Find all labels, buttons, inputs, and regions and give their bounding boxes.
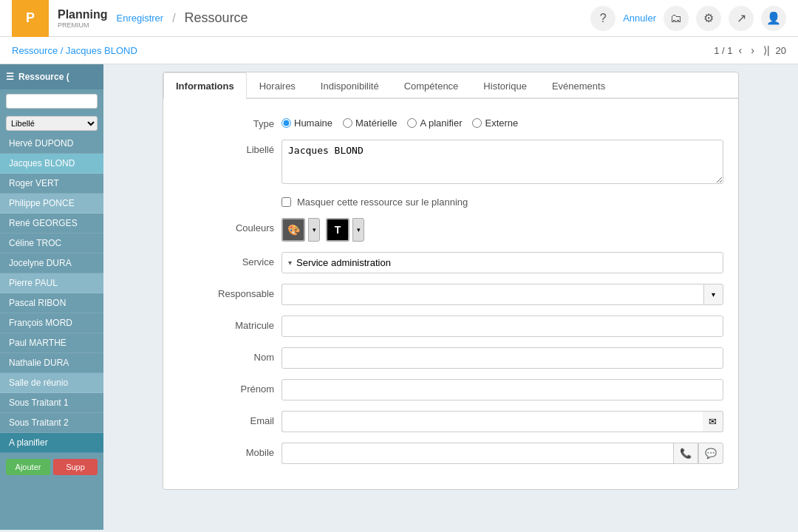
- database-icon-button[interactable]: 🗂: [664, 6, 689, 31]
- sidebar-item-jocelyne[interactable]: Jocelyne DURA: [0, 253, 103, 273]
- sidebar-item-paul[interactable]: Paul MARTHE: [0, 333, 103, 353]
- sidebar-item-francois[interactable]: François MORD: [0, 313, 103, 333]
- sidebar: ☰ Ressource ( Libellé Hervé DUPOND Jacqu…: [0, 64, 103, 530]
- color-text-dropdown[interactable]: ▾: [352, 218, 364, 242]
- sidebar-item-label: Nathalie DURA: [9, 358, 69, 368]
- radio-aplanifier[interactable]: A planifier: [407, 117, 462, 129]
- sidebar-item-label: Sous Traitant 2: [9, 417, 69, 428]
- prenom-input[interactable]: [282, 379, 723, 400]
- help-button[interactable]: ?: [590, 6, 615, 31]
- matricule-label: Matricule: [178, 316, 274, 331]
- sidebar-item-label: Jacques BLOND: [9, 158, 75, 168]
- tab-historique[interactable]: Historique: [471, 72, 539, 99]
- color-bg-dropdown[interactable]: ▾: [308, 218, 320, 242]
- save-button[interactable]: Enregistrer: [117, 13, 164, 24]
- sidebar-item-nathalie[interactable]: Nathalie DURA: [0, 353, 103, 373]
- sidebar-select[interactable]: Libellé: [6, 116, 98, 131]
- topbar: P Planning PREMIUM Enregistrer / Ressour…: [0, 0, 798, 37]
- responsable-dropdown-btn[interactable]: ▾: [703, 284, 723, 305]
- sidebar-item-label: Paul MARTHE: [9, 338, 66, 348]
- sidebar-actions: Ajouter Supp: [0, 453, 103, 481]
- tab-competence[interactable]: Compétence: [392, 72, 471, 99]
- tab-evenements[interactable]: Evénements: [539, 72, 618, 99]
- email-row: Email ✉: [178, 411, 723, 432]
- content-area: Informations Horaires Indisponibilité Co…: [103, 64, 798, 530]
- radio-humaine-label: Humaine: [294, 117, 332, 129]
- form-panel: Informations Horaires Indisponibilité Co…: [163, 72, 739, 490]
- radio-humaine-input[interactable]: [282, 118, 291, 128]
- nom-label: Nom: [178, 347, 274, 363]
- radio-aplanifier-label: A planifier: [420, 117, 462, 129]
- sidebar-item-sous2[interactable]: Sous Traitant 2: [0, 413, 103, 433]
- next-button[interactable]: ›: [748, 43, 757, 58]
- subheader: Ressource / Jacques BLOND 1 / 1 ‹ › ⟩| 2…: [0, 37, 798, 64]
- tab-horaires[interactable]: Horaires: [247, 72, 308, 99]
- sidebar-item-pierre[interactable]: Pierre PAUL: [0, 273, 103, 293]
- radio-externe-input[interactable]: [472, 118, 482, 128]
- radio-materielle-label: Matérielle: [355, 117, 397, 129]
- sidebar-item-label: François MORD: [9, 318, 72, 328]
- email-icon-btn[interactable]: ✉: [703, 411, 723, 432]
- logo-letter: P: [26, 10, 35, 26]
- radio-materielle-input[interactable]: [343, 118, 352, 128]
- share-button[interactable]: ↗: [729, 6, 754, 31]
- app-sub-text: PREMIUM: [58, 21, 108, 29]
- last-button[interactable]: ⟩|: [760, 43, 773, 58]
- tab-informations-label: Informations: [176, 81, 234, 92]
- nom-input[interactable]: [282, 347, 723, 369]
- delete-button[interactable]: Supp: [53, 459, 98, 475]
- sidebar-item-sous1[interactable]: Sous Traitant 1: [0, 393, 103, 413]
- sidebar-item-label: Céline TROC: [9, 238, 61, 248]
- tab-indisponibilite[interactable]: Indisponibilité: [308, 72, 392, 99]
- color-text-button[interactable]: T: [326, 218, 349, 242]
- tab-informations[interactable]: Informations: [163, 72, 247, 99]
- sidebar-item-jacques[interactable]: Jacques BLOND: [0, 154, 103, 174]
- prenom-wrap: [282, 379, 723, 400]
- mobile-input-group: 📞 💬: [282, 443, 723, 464]
- help-icon: ?: [600, 12, 607, 25]
- libelle-row: Libellé: [178, 140, 723, 186]
- radio-materielle[interactable]: Matérielle: [343, 117, 397, 129]
- radio-externe[interactable]: Externe: [472, 117, 518, 129]
- sms-icon-btn[interactable]: 💬: [698, 443, 723, 464]
- service-select[interactable]: ▾ Service administration: [282, 252, 723, 273]
- phone-icon: 📞: [680, 448, 692, 459]
- service-label: Service: [178, 252, 274, 267]
- radio-aplanifier-input[interactable]: [407, 118, 417, 128]
- sidebar-item-pascal[interactable]: Pascal RIBON: [0, 293, 103, 313]
- breadcrumb: Ressource / Jacques BLOND: [12, 45, 137, 56]
- phone-icon-btn[interactable]: 📞: [673, 443, 698, 464]
- page-title: Ressource: [185, 10, 248, 26]
- sidebar-title: Ressource (: [18, 72, 69, 82]
- sidebar-search-input[interactable]: [6, 94, 98, 109]
- tab-indisponibilite-label: Indisponibilité: [321, 81, 379, 92]
- logo: P: [12, 0, 49, 37]
- user-button[interactable]: 👤: [761, 6, 786, 31]
- sidebar-item-celine[interactable]: Céline TROC: [0, 233, 103, 253]
- sidebar-item-aplanifier[interactable]: A planifier: [0, 433, 103, 453]
- mobile-input[interactable]: [282, 443, 673, 464]
- masquer-checkbox[interactable]: [282, 197, 291, 207]
- sidebar-item-roger[interactable]: Roger VERT: [0, 174, 103, 194]
- masquer-row: Masquer cette ressource sur le planning: [282, 197, 723, 208]
- radio-humaine[interactable]: Humaine: [282, 117, 332, 129]
- email-icon: ✉: [709, 416, 717, 427]
- service-wrap: ▾ Service administration: [282, 252, 723, 273]
- sidebar-item-herve[interactable]: Hervé DUPOND: [0, 134, 103, 154]
- sidebar-item-philippe[interactable]: Philippe PONCE: [0, 194, 103, 214]
- cancel-button[interactable]: Annuler: [623, 13, 656, 24]
- sidebar-item-label: Pierre PAUL: [9, 278, 58, 288]
- matricule-input[interactable]: [282, 316, 723, 337]
- libelle-textarea[interactable]: [282, 140, 723, 184]
- sidebar-item-salle[interactable]: Salle de réunio: [0, 373, 103, 393]
- app-name: Planning PREMIUM: [58, 8, 108, 29]
- add-button[interactable]: Ajouter: [6, 459, 50, 475]
- service-arrow-icon: ▾: [288, 259, 292, 267]
- settings-button[interactable]: ⚙: [696, 6, 721, 31]
- email-input[interactable]: [282, 411, 703, 432]
- color-bg-button[interactable]: 🎨: [282, 218, 305, 242]
- sidebar-item-rene[interactable]: René GEORGES: [0, 214, 103, 233]
- libelle-label: Libellé: [178, 140, 274, 155]
- prev-button[interactable]: ‹: [736, 43, 746, 58]
- responsable-input[interactable]: [282, 284, 703, 305]
